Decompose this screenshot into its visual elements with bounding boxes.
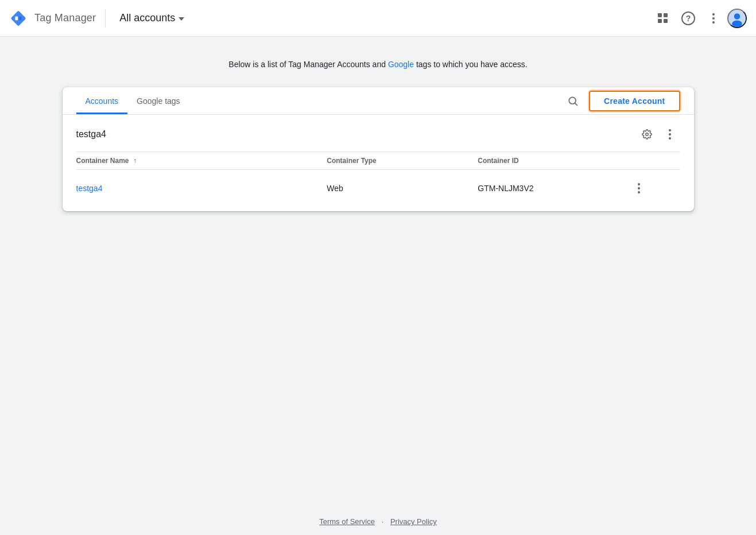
help-button[interactable]: ? <box>677 7 700 30</box>
app-title: Tag Manager <box>34 12 96 24</box>
container-name-cell: testga4 <box>76 170 318 207</box>
search-icon <box>567 95 579 107</box>
tag-manager-logo-icon <box>9 9 28 28</box>
svg-rect-2 <box>19 16 22 20</box>
page-subtitle: Below is a list of Tag Manager Accounts … <box>14 60 742 69</box>
tabs-container: Accounts Google tags <box>76 87 189 114</box>
account-settings-button[interactable] <box>637 124 657 145</box>
account-name: testga4 <box>76 129 106 139</box>
nav-divider <box>105 9 106 28</box>
footer: Terms of Service · Privacy Policy <box>0 508 756 535</box>
account-header-row: testga4 <box>76 124 680 145</box>
svg-point-6 <box>569 97 576 104</box>
svg-rect-1 <box>15 16 18 20</box>
footer-separator: · <box>382 517 384 526</box>
help-circle-icon: ? <box>681 11 695 25</box>
apps-button[interactable] <box>652 7 674 30</box>
col-header-actions <box>619 152 680 170</box>
container-id-cell: GTM-NLJM3V2 <box>468 170 619 207</box>
container-actions-cell <box>619 170 680 207</box>
table-body: testga4 Web GTM-NLJM3V2 <box>76 170 680 207</box>
svg-point-5 <box>732 20 742 27</box>
svg-point-8 <box>645 133 648 136</box>
svg-line-7 <box>575 103 577 105</box>
container-more-dots-icon <box>633 183 645 194</box>
container-name-link[interactable]: testga4 <box>76 184 103 193</box>
table-header-row: Container Name ↑ Container Type Containe… <box>76 152 680 170</box>
subtitle-google: Google <box>388 60 414 69</box>
all-accounts-button[interactable]: All accounts <box>115 10 189 26</box>
col-header-type: Container Type <box>317 152 468 170</box>
col-header-name: Container Name ↑ <box>76 152 318 170</box>
container-type-cell: Web <box>317 170 468 207</box>
accounts-card: Accounts Google tags Create Account <box>63 87 694 211</box>
grid-icon <box>658 13 668 24</box>
privacy-policy-link[interactable]: Privacy Policy <box>390 517 437 526</box>
tab-google-tags[interactable]: Google tags <box>127 87 189 114</box>
sort-arrow-icon: ↑ <box>133 157 137 165</box>
containers-table: Container Name ↑ Container Type Containe… <box>76 152 680 207</box>
account-actions <box>637 124 680 145</box>
col-header-id: Container ID <box>468 152 619 170</box>
table-row: testga4 Web GTM-NLJM3V2 <box>76 170 680 207</box>
account-more-button[interactable] <box>660 124 680 145</box>
app-logo: Tag Manager <box>9 9 96 28</box>
topnav: Tag Manager All accounts ? <box>0 0 756 37</box>
account-section: testga4 <box>63 115 694 211</box>
tab-accounts[interactable]: Accounts <box>76 87 128 114</box>
create-account-button[interactable]: Create Account <box>589 91 680 111</box>
table-header: Container Name ↑ Container Type Containe… <box>76 152 680 170</box>
main-content: Below is a list of Tag Manager Accounts … <box>0 37 756 230</box>
account-more-dots-icon <box>664 129 676 140</box>
terms-of-service-link[interactable]: Terms of Service <box>319 517 375 526</box>
svg-rect-0 <box>10 10 26 26</box>
chevron-down-icon <box>179 17 184 21</box>
svg-point-4 <box>734 13 741 20</box>
more-button[interactable] <box>702 7 725 30</box>
subtitle-after: tags to which you have access. <box>414 60 528 69</box>
user-avatar-button[interactable] <box>727 9 747 28</box>
search-button[interactable] <box>561 90 584 113</box>
topnav-icons: ? <box>652 7 747 30</box>
all-accounts-label: All accounts <box>119 12 175 24</box>
subtitle-before: Below is a list of Tag Manager Accounts … <box>228 60 388 69</box>
gear-icon <box>642 129 652 139</box>
avatar-icon <box>728 9 746 28</box>
card-header: Accounts Google tags Create Account <box>63 87 694 115</box>
container-more-button[interactable] <box>629 178 649 199</box>
more-dots-icon <box>708 13 719 24</box>
